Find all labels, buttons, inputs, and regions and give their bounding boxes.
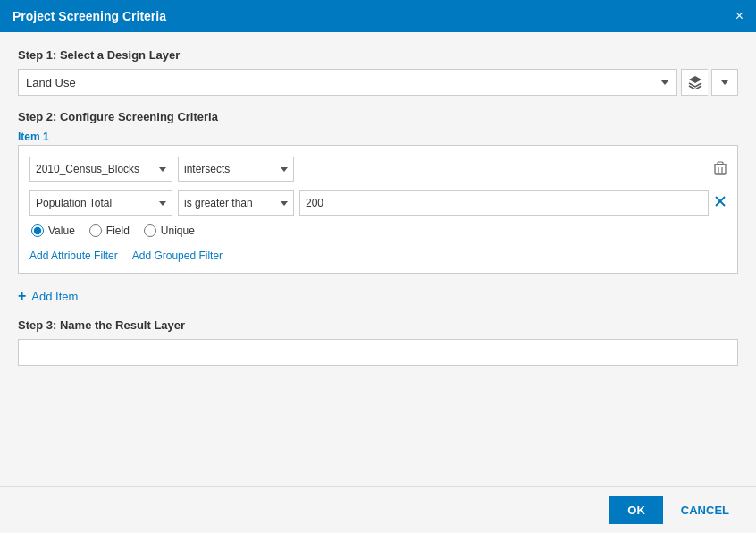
close-button[interactable]: × (735, 9, 743, 23)
close-icon (714, 195, 727, 207)
layers-icon (688, 75, 702, 89)
result-layer-input[interactable] (18, 339, 738, 366)
radio-row: Value Field Unique (29, 224, 727, 237)
radio-value-label: Value (48, 224, 75, 237)
add-links-row: Add Attribute Filter Add Grouped Filter (29, 246, 727, 262)
step1-label: Step 1: Select a Design Layer (18, 48, 738, 62)
spatial-filter-row: 2010_Census_Blocks intersects within con… (29, 157, 727, 182)
svg-rect-0 (715, 165, 726, 174)
step1-section: Step 1: Select a Design Layer Land Use P… (18, 48, 738, 96)
step3-label: Step 3: Name the Result Layer (18, 318, 738, 332)
layer-icon-button[interactable] (681, 69, 708, 96)
step3-section: Step 3: Name the Result Layer (18, 318, 738, 366)
dialog-title: Project Screening Criteria (13, 9, 166, 23)
delete-spatial-filter-button[interactable] (714, 161, 727, 178)
chevron-down-icon (721, 80, 728, 85)
spatial-operator-select[interactable]: intersects within contains (178, 157, 294, 182)
radio-value-option[interactable]: Value (31, 224, 75, 237)
radio-value-input[interactable] (31, 224, 44, 237)
project-screening-dialog: Project Screening Criteria × Step 1: Sel… (0, 0, 756, 533)
step2-section: Step 2: Configure Screening Criteria Ite… (18, 110, 738, 274)
add-item-icon: + (18, 288, 26, 304)
spatial-field-select[interactable]: 2010_Census_Blocks (29, 157, 172, 182)
design-layer-select[interactable]: Land Use Parcels Roads (18, 69, 677, 96)
step2-label: Step 2: Configure Screening Criteria (18, 110, 738, 123)
radio-unique-label: Unique (161, 224, 195, 237)
dialog-header: Project Screening Criteria × (0, 0, 756, 32)
trash-icon (714, 161, 727, 175)
layer-dropdown-button[interactable] (711, 69, 738, 96)
dialog-footer: OK CANCEL (0, 486, 756, 533)
add-attribute-filter-button[interactable]: Add Attribute Filter (29, 250, 118, 262)
add-grouped-filter-button[interactable]: Add Grouped Filter (132, 250, 223, 262)
attribute-operator-select[interactable]: is greater than is less than equals is n… (178, 190, 294, 216)
radio-field-label: Field (106, 224, 130, 237)
attribute-field-select[interactable]: Population Total (29, 190, 172, 216)
ok-button[interactable]: OK (609, 496, 663, 524)
criteria-box: 2010_Census_Blocks intersects within con… (18, 145, 738, 274)
attribute-filter-row: Population Total is greater than is less… (29, 190, 727, 216)
radio-field-option[interactable]: Field (89, 224, 130, 237)
add-item-row[interactable]: + Add Item (18, 288, 738, 304)
add-item-label: Add Item (31, 290, 78, 303)
cancel-button[interactable]: CANCEL (672, 496, 738, 524)
attribute-value-input[interactable] (299, 190, 709, 216)
item-label: Item 1 (18, 131, 738, 143)
delete-attribute-filter-button[interactable] (714, 195, 727, 211)
dialog-body: Step 1: Select a Design Layer Land Use P… (0, 32, 756, 486)
radio-field-input[interactable] (89, 224, 102, 237)
radio-unique-option[interactable]: Unique (144, 224, 195, 237)
design-layer-row: Land Use Parcels Roads (18, 69, 738, 96)
radio-unique-input[interactable] (144, 224, 156, 237)
